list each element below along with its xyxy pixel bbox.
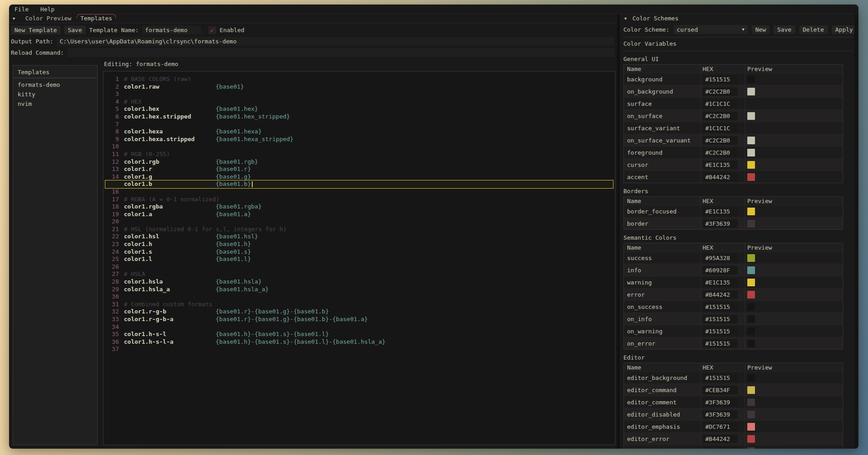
editor-line[interactable]: 27# HSLA: [105, 270, 613, 278]
hex-input[interactable]: #C2C2B0: [703, 148, 738, 157]
color-swatch[interactable]: [747, 137, 755, 144]
color-swatch[interactable]: [747, 279, 755, 286]
editor-line[interactable]: 18color1.rgba{base01.rgba}: [105, 203, 613, 211]
editor-line[interactable]: 28color1.hsla{base01.hsla}: [105, 278, 613, 286]
color-swatch[interactable]: [747, 423, 755, 431]
editor-line[interactable]: 22color1.hsl{base01.hsl}: [105, 233, 613, 241]
hex-input[interactable]: #E1C135: [703, 161, 738, 169]
editor-line[interactable]: 32color1.r-g-b{base01.r}-{base01.g}-{bas…: [105, 308, 613, 316]
editor-line[interactable]: 21# HSL (normalized 0-1 for s,l, integer…: [105, 226, 613, 233]
color-swatch[interactable]: [747, 88, 755, 95]
color-swatch[interactable]: [747, 327, 755, 335]
editor-line[interactable]: 29color1.hsla_a{base01.hsla_a}: [105, 286, 613, 294]
scheme-save-button[interactable]: Save: [774, 25, 795, 34]
color-swatch[interactable]: [747, 100, 755, 108]
color-swatch[interactable]: [747, 340, 755, 347]
color-swatch[interactable]: [747, 315, 755, 323]
color-swatch[interactable]: [747, 435, 755, 443]
editor-line[interactable]: 13color1.r{base01.r}: [105, 166, 613, 173]
hex-input[interactable]: #60928F: [703, 266, 738, 275]
color-swatch[interactable]: [747, 411, 755, 418]
editor-line[interactable]: 26: [105, 263, 613, 271]
color-swatch[interactable]: [747, 398, 755, 406]
hex-input[interactable]: #B44242: [703, 173, 738, 181]
editor-line[interactable]: 33color1.r-g-b-a{base01.r}-{base01.g}-{b…: [105, 316, 613, 323]
template-item-kitty[interactable]: kitty: [13, 90, 97, 99]
editor-line[interactable]: 34: [105, 323, 613, 331]
template-name-input[interactable]: [142, 26, 201, 34]
hex-input[interactable]: #151515: [703, 75, 738, 84]
editor-line[interactable]: 25color1.l{base01.l}: [105, 256, 613, 263]
editor-line[interactable]: 37: [105, 346, 613, 353]
color-swatch[interactable]: [747, 447, 755, 449]
editor-line[interactable]: 24color1.s{base01.s}: [105, 248, 613, 256]
hex-input[interactable]: #3F3639: [703, 447, 738, 449]
color-swatch[interactable]: [747, 254, 755, 262]
hex-input[interactable]: #3F3639: [703, 410, 738, 419]
color-swatch[interactable]: [747, 374, 755, 382]
color-swatch[interactable]: [747, 266, 755, 274]
output-path-input[interactable]: [57, 37, 614, 46]
reload-command-input[interactable]: [67, 48, 614, 57]
hex-input[interactable]: #B44242: [703, 435, 738, 443]
editor-line-editing[interactable]: color1.b{base01.b}: [105, 180, 613, 188]
editor-line[interactable]: 9color1.hexa.stripped{base01.hexa_stripp…: [105, 136, 613, 143]
hex-input[interactable]: #C2C2B0: [703, 87, 738, 96]
hex-input[interactable]: #B44242: [703, 290, 738, 299]
template-editor[interactable]: 1# BASE COLORS (raw)2color1.raw{base01}3…: [103, 71, 615, 445]
editor-line[interactable]: 5color1.hex{base01.hex}: [105, 105, 613, 113]
menu-item-file[interactable]: File: [14, 6, 28, 13]
color-swatch[interactable]: [747, 208, 755, 215]
color-swatch[interactable]: [747, 303, 755, 311]
color-swatch[interactable]: [747, 291, 755, 299]
editor-line[interactable]: 6color1.hex.stripped{base01.hex_stripped…: [105, 113, 613, 121]
editor-line[interactable]: 17# RGBA (A = 0-1 normalized): [105, 196, 613, 204]
collapse-icon[interactable]: ▼: [623, 16, 632, 21]
tab-color-preview[interactable]: Color Preview: [21, 14, 76, 22]
editor-line[interactable]: 19color1.a{base01.a}: [105, 211, 613, 218]
editor-line[interactable]: 12color1.rgb{base01.rgb}: [105, 158, 613, 166]
editor-line[interactable]: 11# RGB (0-255): [105, 151, 613, 158]
hex-input[interactable]: #3F3639: [703, 398, 738, 407]
color-swatch[interactable]: [747, 112, 755, 120]
hex-input[interactable]: #C2C2B0: [703, 136, 738, 145]
editor-line[interactable]: 10: [105, 143, 613, 151]
editor-line[interactable]: 14color1.g{base01.g}: [105, 173, 613, 181]
color-swatch[interactable]: [747, 76, 755, 83]
template-item-nvim[interactable]: nvim: [13, 99, 97, 109]
hex-input[interactable]: #C2C2B0: [703, 112, 738, 120]
editor-line[interactable]: 30: [105, 293, 613, 301]
menu-item-help[interactable]: Help: [40, 6, 54, 13]
hex-input[interactable]: #E1C135: [703, 278, 738, 287]
editor-line[interactable]: 35color1.h-s-l{base01.h}-{base01.s}-{bas…: [105, 331, 613, 338]
hex-input[interactable]: #95A328: [703, 254, 738, 262]
color-swatch[interactable]: [747, 124, 755, 132]
editor-line[interactable]: 2color1.raw{base01}: [105, 83, 613, 91]
hex-input[interactable]: #151515: [703, 303, 738, 311]
editor-line[interactable]: 23color1.h{base01.h}: [105, 241, 613, 248]
editor-line[interactable]: 20: [105, 218, 613, 226]
hex-input[interactable]: #1C1C1C: [703, 124, 738, 133]
hex-input[interactable]: #151515: [703, 327, 738, 336]
hex-input[interactable]: #151515: [703, 315, 738, 323]
new-template-button[interactable]: New Template: [11, 26, 61, 34]
color-scheme-dropdown[interactable]: cursed ▼: [674, 25, 748, 34]
scheme-new-button[interactable]: New: [752, 25, 769, 34]
editor-line[interactable]: 1# BASE COLORS (raw): [105, 76, 613, 83]
hex-input[interactable]: #DC7671: [703, 422, 738, 431]
color-swatch[interactable]: [747, 149, 755, 156]
editor-line[interactable]: 31# Combined custom formats: [105, 301, 613, 308]
editor-line[interactable]: 7: [105, 121, 613, 128]
hex-input[interactable]: #1C1C1C: [703, 100, 738, 108]
collapse-icon[interactable]: ▼: [12, 16, 21, 21]
editor-line[interactable]: 3: [105, 90, 613, 98]
editor-line[interactable]: 16: [105, 188, 613, 196]
color-swatch[interactable]: [747, 386, 755, 394]
scheme-apply-button[interactable]: Apply: [832, 25, 857, 34]
scrollbar-track[interactable]: [854, 14, 858, 449]
scheme-delete-button[interactable]: Delete: [799, 25, 828, 34]
hex-input[interactable]: #3F3639: [703, 219, 738, 228]
tab-templates[interactable]: Templates: [76, 14, 117, 22]
template-item-formats-demo[interactable]: formats-demo: [13, 80, 97, 90]
color-swatch[interactable]: [747, 220, 755, 228]
